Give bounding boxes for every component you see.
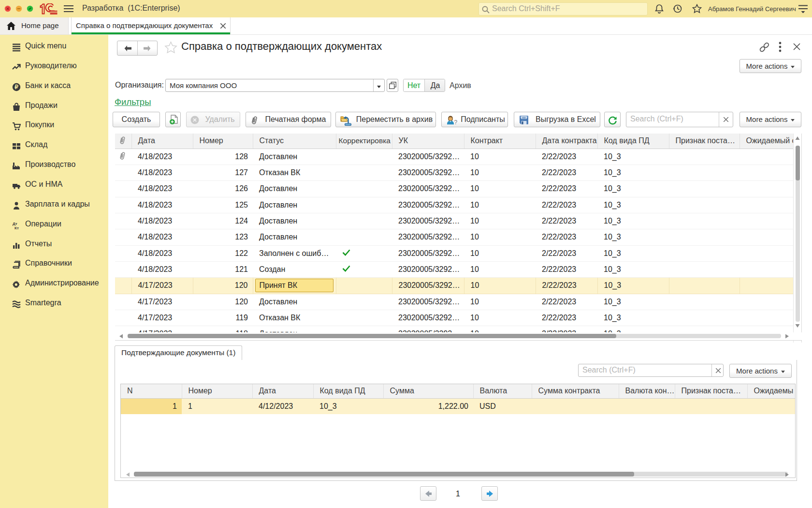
svg-text:Дт: Дт	[13, 222, 17, 226]
svg-text:₽: ₽	[14, 84, 18, 90]
svg-text:?: ?	[454, 119, 458, 126]
svg-text:Кт: Кт	[14, 226, 19, 230]
